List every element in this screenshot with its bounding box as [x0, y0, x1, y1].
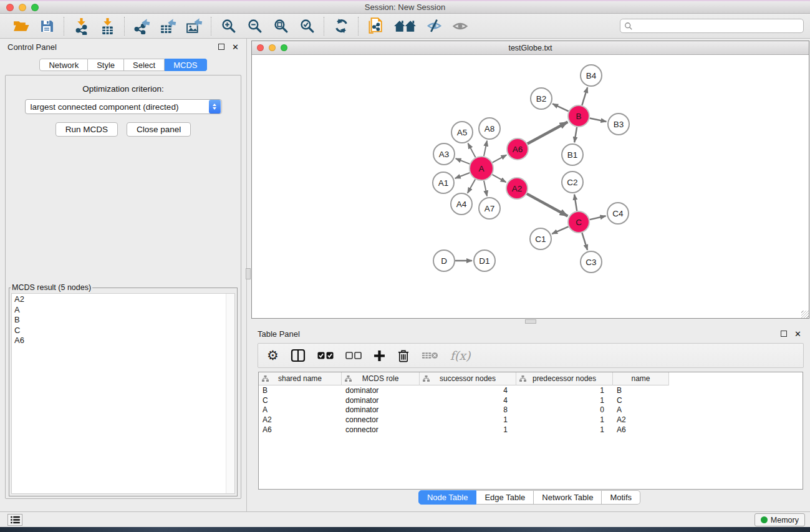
- close-panel-button[interactable]: Close panel: [127, 122, 191, 137]
- graph-edge-B-B1[interactable]: [574, 127, 577, 142]
- graph-edge-A6-B[interactable]: [528, 122, 568, 144]
- graph-edge-A-A8[interactable]: [484, 141, 487, 157]
- table-row[interactable]: Cdominator41C: [259, 395, 803, 405]
- graph-node-A5[interactable]: A5: [451, 122, 473, 143]
- graph-node-C3[interactable]: C3: [581, 251, 602, 273]
- graph-node-B4[interactable]: B4: [581, 65, 602, 86]
- zoom-in-icon[interactable]: [219, 17, 238, 36]
- column-header[interactable]: successor nodes: [420, 372, 516, 385]
- graph-node-C4[interactable]: C4: [607, 203, 629, 224]
- show-graphics-details-icon[interactable]: [451, 17, 470, 36]
- task-history-button[interactable]: [7, 514, 22, 526]
- network-from-file-icon[interactable]: [366, 17, 385, 36]
- optimization-criterion-select[interactable]: largest connected component (directed): [25, 99, 222, 114]
- add-column-icon[interactable]: [374, 347, 385, 364]
- graph-node-A3[interactable]: A3: [433, 143, 455, 165]
- split-view-icon[interactable]: [291, 347, 306, 364]
- open-session-icon[interactable]: [11, 17, 30, 36]
- graph-node-A1[interactable]: A1: [433, 172, 454, 193]
- result-list-item[interactable]: C: [14, 326, 226, 336]
- graph-edge-A-A7[interactable]: [484, 181, 487, 196]
- export-image-icon[interactable]: [185, 17, 203, 36]
- graph-edge-B-B2[interactable]: [552, 104, 569, 111]
- float-panel-icon[interactable]: [218, 44, 224, 50]
- result-list-item[interactable]: A: [14, 305, 226, 316]
- graph-edge-C-C2[interactable]: [574, 195, 577, 211]
- refresh-view-icon[interactable]: [332, 17, 350, 36]
- graph-node-C[interactable]: C: [568, 211, 589, 233]
- graph-edge-A-A6[interactable]: [493, 155, 507, 162]
- network-canvas[interactable]: AA1A2A3A4A5A6A7A8BB1B2B3B4CC1C2C3C4DD1: [252, 55, 809, 318]
- home-layout-icon[interactable]: [392, 17, 417, 36]
- zoom-out-icon[interactable]: [245, 17, 264, 36]
- graph-node-D1[interactable]: D1: [474, 250, 495, 271]
- result-scrollbar[interactable]: [226, 294, 234, 493]
- zoom-selected-icon[interactable]: [297, 17, 316, 36]
- mcds-result-listbox[interactable]: A2ABCA6: [11, 293, 235, 494]
- hide-graphics-details-icon[interactable]: [425, 17, 443, 36]
- memory-button[interactable]: Memory: [755, 513, 805, 526]
- window-resize-grip[interactable]: [801, 311, 809, 318]
- tab-network[interactable]: Network: [39, 59, 88, 71]
- graph-node-B2[interactable]: B2: [531, 88, 552, 109]
- graph-edge-A-A2[interactable]: [492, 175, 506, 182]
- graph-node-A2[interactable]: A2: [506, 178, 528, 199]
- settings-icon[interactable]: ⚙: [267, 347, 279, 364]
- network-graph[interactable]: AA1A2A3A4A5A6A7A8BB1B2B3B4CC1C2C3C4DD1: [252, 55, 809, 317]
- graph-node-A6[interactable]: A6: [507, 138, 528, 160]
- tab-motifs[interactable]: Motifs: [602, 490, 640, 505]
- graph-edge-A-A5[interactable]: [468, 143, 475, 158]
- graph-node-A[interactable]: A: [470, 157, 493, 180]
- graph-edge-B-B3[interactable]: [590, 118, 607, 122]
- delete-column-icon[interactable]: [397, 347, 410, 364]
- graph-node-B3[interactable]: B3: [608, 114, 629, 135]
- select-all-checkboxes-icon[interactable]: [317, 347, 334, 364]
- tab-node-table[interactable]: Node Table: [418, 490, 477, 505]
- tab-select[interactable]: Select: [124, 59, 165, 71]
- search-field[interactable]: [620, 19, 804, 33]
- export-table-icon[interactable]: [158, 17, 177, 36]
- table-row[interactable]: Bdominator41B: [259, 385, 803, 395]
- table-row[interactable]: A6connector11A6: [259, 425, 803, 435]
- deselect-all-checkboxes-icon[interactable]: [345, 347, 362, 364]
- graph-node-A8[interactable]: A8: [479, 118, 500, 139]
- graph-node-B[interactable]: B: [568, 105, 589, 127]
- column-header[interactable]: predecessor nodes: [516, 372, 613, 385]
- network-window-titlebar[interactable]: testGlobe.txt: [252, 41, 809, 55]
- horizontal-splitter-grip[interactable]: [525, 319, 536, 324]
- graph-edge-C-C3[interactable]: [582, 233, 587, 250]
- table-row[interactable]: Adominator80A: [259, 405, 803, 415]
- search-input[interactable]: [635, 21, 803, 31]
- zoom-fit-icon[interactable]: [271, 17, 290, 36]
- run-mcds-button[interactable]: Run MCDS: [55, 122, 118, 137]
- column-header[interactable]: shared name: [259, 372, 342, 385]
- vertical-splitter-grip[interactable]: [246, 268, 251, 279]
- tab-mcds[interactable]: MCDS: [165, 59, 206, 71]
- graph-edge-A-A4[interactable]: [468, 179, 475, 193]
- import-table-icon[interactable]: [98, 17, 117, 36]
- save-session-icon[interactable]: [37, 17, 56, 36]
- float-table-panel-icon[interactable]: [781, 331, 787, 337]
- graph-node-C2[interactable]: C2: [562, 172, 583, 193]
- graph-node-D[interactable]: D: [433, 250, 455, 271]
- graph-node-A7[interactable]: A7: [479, 198, 500, 219]
- graph-node-C1[interactable]: C1: [530, 228, 551, 249]
- close-table-panel-icon[interactable]: ✕: [794, 329, 801, 339]
- result-list-item[interactable]: A2: [14, 294, 226, 305]
- tab-network-table[interactable]: Network Table: [534, 490, 602, 505]
- graph-edge-B-B4[interactable]: [582, 87, 587, 105]
- node-table[interactable]: shared nameMCDS rolesuccessor nodesprede…: [258, 372, 803, 490]
- result-list-item[interactable]: B: [14, 315, 226, 326]
- export-network-icon[interactable]: [132, 17, 151, 36]
- tab-edge-table[interactable]: Edge Table: [476, 490, 534, 505]
- graph-edge-A-A3[interactable]: [456, 158, 470, 164]
- graph-node-B1[interactable]: B1: [562, 144, 583, 165]
- column-header[interactable]: name: [613, 372, 669, 385]
- column-header[interactable]: MCDS role: [342, 372, 420, 385]
- import-network-icon[interactable]: [72, 17, 90, 36]
- graph-edge-C-C4[interactable]: [590, 216, 606, 220]
- graph-edge-C-C1[interactable]: [552, 226, 568, 234]
- graph-edge-A-A1[interactable]: [455, 173, 470, 178]
- graph-node-A4[interactable]: A4: [451, 193, 472, 215]
- graph-edge-A2-C[interactable]: [527, 194, 568, 216]
